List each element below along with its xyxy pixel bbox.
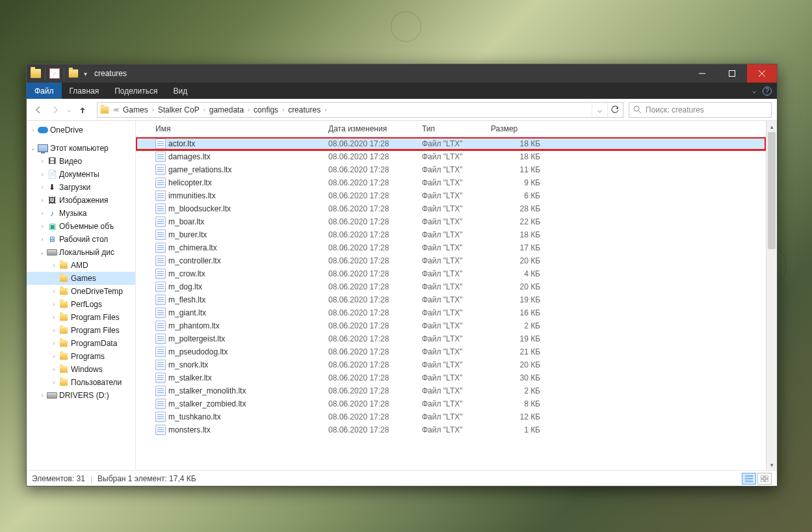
breadcrumb-item[interactable]: configs bbox=[251, 105, 281, 114]
nav-folder[interactable]: ›Пользователи bbox=[27, 376, 135, 389]
nav-music[interactable]: ›♪Музыка bbox=[27, 207, 135, 220]
scroll-up-icon[interactable]: ▴ bbox=[766, 121, 777, 132]
nav-this-pc[interactable]: ⌄Этот компьютер bbox=[27, 142, 135, 155]
folder-icon[interactable] bbox=[69, 70, 78, 78]
file-name: m_stalker.ltx bbox=[168, 373, 212, 382]
navigation-pane[interactable]: ›OneDrive ⌄Этот компьютер ›🎞Видео ›📄Доку… bbox=[27, 121, 136, 470]
file-type: Файл "LTX" bbox=[418, 386, 487, 395]
scroll-down-icon[interactable]: ▾ bbox=[766, 459, 777, 470]
table-row[interactable]: m_giant.ltx08.06.2020 17:28Файл "LTX"16 … bbox=[136, 306, 766, 319]
recent-dropdown-icon[interactable]: ⌵ bbox=[64, 102, 73, 118]
table-row[interactable]: damages.ltx08.06.2020 17:28Файл "LTX"18 … bbox=[136, 150, 766, 163]
tab-home[interactable]: Главная bbox=[62, 83, 107, 99]
close-button[interactable] bbox=[747, 64, 777, 83]
file-icon bbox=[155, 334, 166, 344]
file-rows[interactable]: actor.ltx08.06.2020 17:28Файл "LTX"18 КБ… bbox=[136, 137, 766, 470]
table-row[interactable]: m_chimera.ltx08.06.2020 17:28Файл "LTX"1… bbox=[136, 241, 766, 254]
thumbnails-view-button[interactable] bbox=[757, 473, 772, 485]
table-row[interactable]: immunities.ltx08.06.2020 17:28Файл "LTX"… bbox=[136, 189, 766, 202]
scroll-thumb[interactable] bbox=[768, 132, 776, 249]
nav-desktop[interactable]: ›🖥Рабочий стол bbox=[27, 233, 135, 246]
col-size[interactable]: Размер bbox=[487, 124, 544, 133]
nav-drivers-d[interactable]: ›DRIVERS (D:) bbox=[27, 389, 135, 402]
breadcrumb-item[interactable]: creatures bbox=[285, 105, 323, 114]
nav-folder[interactable]: ›OneDriveTemp bbox=[27, 285, 135, 298]
nav-folder[interactable]: ›PerfLogs bbox=[27, 298, 135, 311]
file-date: 08.06.2020 17:28 bbox=[324, 334, 418, 343]
chevron-right-icon[interactable]: › bbox=[281, 107, 285, 113]
tab-view[interactable]: Вид bbox=[165, 83, 195, 99]
search-input[interactable]: Поиск: creatures bbox=[629, 102, 772, 118]
nav-folder[interactable]: ›Program Files bbox=[27, 311, 135, 324]
chevron-right-icon[interactable]: › bbox=[202, 107, 207, 113]
address-dropdown-icon[interactable]: ⌵ bbox=[592, 103, 607, 117]
file-name: m_dog.ltx bbox=[168, 282, 202, 291]
back-button[interactable] bbox=[31, 102, 46, 118]
col-type[interactable]: Тип bbox=[418, 124, 487, 133]
nav-3d-objects[interactable]: ›▣Объемные объ bbox=[27, 220, 135, 233]
table-row[interactable]: m_dog.ltx08.06.2020 17:28Файл "LTX"20 КБ bbox=[136, 280, 766, 293]
help-icon[interactable]: ? bbox=[763, 86, 772, 96]
table-row[interactable]: monsters.ltx08.06.2020 17:28Файл "LTX"1 … bbox=[136, 423, 766, 436]
nav-local-disk[interactable]: ⌄Локальный дис bbox=[27, 246, 135, 259]
table-row[interactable]: m_stalker_zombied.ltx08.06.2020 17:28Фай… bbox=[136, 397, 766, 410]
up-button[interactable] bbox=[75, 102, 90, 118]
table-row[interactable]: game_relations.ltx08.06.2020 17:28Файл "… bbox=[136, 163, 766, 176]
file-type: Файл "LTX" bbox=[418, 425, 487, 434]
vertical-scrollbar[interactable]: ▴ ▾ bbox=[766, 121, 777, 470]
titlebar[interactable]: ✓ ▾ creatures bbox=[27, 64, 777, 83]
table-row[interactable]: m_stalker.ltx08.06.2020 17:28Файл "LTX"3… bbox=[136, 371, 766, 384]
qat-properties-icon[interactable]: ✓ bbox=[49, 68, 60, 79]
nav-downloads[interactable]: ›⬇Загрузки bbox=[27, 181, 135, 194]
table-row[interactable]: m_burer.ltx08.06.2020 17:28Файл "LTX"18 … bbox=[136, 228, 766, 241]
minimize-button[interactable] bbox=[687, 64, 717, 83]
breadcrumb-item[interactable]: Stalker CoP bbox=[155, 105, 202, 114]
file-name: m_poltergeist.ltx bbox=[168, 334, 225, 343]
file-name: damages.ltx bbox=[168, 152, 211, 161]
chevron-left-icon[interactable]: ≪ bbox=[112, 107, 120, 113]
file-type: Файл "LTX" bbox=[418, 191, 487, 200]
nav-onedrive[interactable]: ›OneDrive bbox=[27, 124, 135, 137]
table-row[interactable]: m_pseudodog.ltx08.06.2020 17:28Файл "LTX… bbox=[136, 345, 766, 358]
refresh-button[interactable] bbox=[607, 103, 623, 117]
nav-folder[interactable]: ›AMD bbox=[27, 259, 135, 272]
chevron-right-icon[interactable]: › bbox=[323, 107, 328, 113]
table-row[interactable]: helicopter.ltx08.06.2020 17:28Файл "LTX"… bbox=[136, 176, 766, 189]
tab-share[interactable]: Поделиться bbox=[107, 83, 165, 99]
file-icon bbox=[155, 321, 166, 331]
address-bar[interactable]: ≪ Games›Stalker CoP›gamedata›configs›cre… bbox=[97, 102, 623, 118]
file-date: 08.06.2020 17:28 bbox=[324, 152, 418, 161]
tab-file[interactable]: Файл bbox=[27, 83, 62, 99]
breadcrumb-item[interactable]: gamedata bbox=[207, 105, 246, 114]
breadcrumb-item[interactable]: Games bbox=[120, 105, 151, 114]
table-row[interactable]: m_snork.ltx08.06.2020 17:28Файл "LTX"20 … bbox=[136, 358, 766, 371]
table-row[interactable]: m_tushkano.ltx08.06.2020 17:28Файл "LTX"… bbox=[136, 410, 766, 423]
nav-videos[interactable]: ›🎞Видео bbox=[27, 155, 135, 168]
qat-dropdown-icon[interactable]: ▾ bbox=[80, 68, 90, 79]
table-row[interactable]: m_poltergeist.ltx08.06.2020 17:28Файл "L… bbox=[136, 332, 766, 345]
table-row[interactable]: m_crow.ltx08.06.2020 17:28Файл "LTX"4 КБ bbox=[136, 267, 766, 280]
search-placeholder: Поиск: creatures bbox=[646, 105, 704, 114]
nav-pictures[interactable]: ›🖼Изображения bbox=[27, 194, 135, 207]
forward-button[interactable] bbox=[47, 102, 63, 118]
nav-folder[interactable]: ›ProgramData bbox=[27, 337, 135, 350]
nav-documents[interactable]: ›📄Документы bbox=[27, 168, 135, 181]
table-row[interactable]: m_controller.ltx08.06.2020 17:28Файл "LT… bbox=[136, 254, 766, 267]
table-row[interactable]: m_stalker_monolith.ltx08.06.2020 17:28Фа… bbox=[136, 384, 766, 397]
ribbon-expand-icon[interactable]: ⌵ bbox=[752, 87, 756, 94]
nav-folder[interactable]: Games bbox=[27, 272, 135, 285]
table-row[interactable]: m_phantom.ltx08.06.2020 17:28Файл "LTX"2… bbox=[136, 319, 766, 332]
nav-folder[interactable]: ›Programs bbox=[27, 350, 135, 363]
col-name[interactable]: Имя bbox=[151, 124, 324, 133]
details-view-button[interactable] bbox=[742, 473, 756, 485]
nav-folder[interactable]: ›Program Files bbox=[27, 324, 135, 337]
table-row[interactable]: m_bloodsucker.ltx08.06.2020 17:28Файл "L… bbox=[136, 202, 766, 215]
maximize-button[interactable] bbox=[717, 64, 747, 83]
table-row[interactable]: actor.ltx08.06.2020 17:28Файл "LTX"18 КБ bbox=[136, 137, 766, 150]
nav-folder[interactable]: ›Windows bbox=[27, 363, 135, 376]
table-row[interactable]: m_boar.ltx08.06.2020 17:28Файл "LTX"22 К… bbox=[136, 215, 766, 228]
chevron-right-icon[interactable]: › bbox=[151, 107, 155, 113]
table-row[interactable]: m_flesh.ltx08.06.2020 17:28Файл "LTX"19 … bbox=[136, 293, 766, 306]
chevron-right-icon[interactable]: › bbox=[246, 107, 251, 113]
col-date[interactable]: Дата изменения bbox=[324, 124, 418, 133]
